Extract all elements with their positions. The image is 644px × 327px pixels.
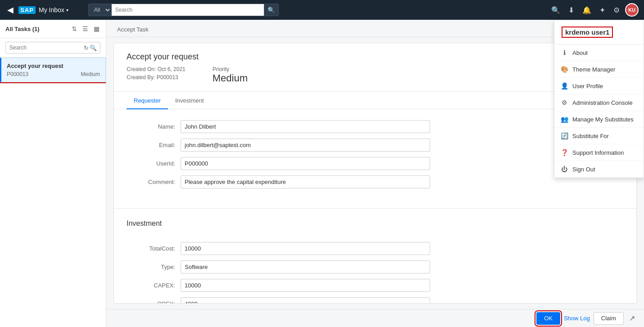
dropdown-item-support-info[interactable]: ❓ Support Information (554, 144, 644, 161)
sidebar-task-item[interactable]: Accept your request P000013 Medium (0, 58, 106, 82)
created-by-text: Created By: P000013 (127, 74, 186, 81)
request-meta-left: Created On: Oct 6, 2021 Created By: P000… (127, 66, 186, 81)
dropdown-item-sign-out[interactable]: ⏻ Sign Out (554, 161, 644, 178)
claim-button[interactable]: Claim (594, 312, 624, 325)
back-button[interactable]: ◀ (5, 3, 15, 17)
topbar: ◀ SAP My Inbox ▾ All 🔍 🔍 ⬇ 🔔 ✦ ⚙ KU (0, 0, 644, 20)
sort-icon-button[interactable]: ⇅ (71, 24, 78, 33)
group-icon-button[interactable]: ▦ (93, 24, 100, 33)
capex-label: CAPEX: (127, 282, 181, 289)
sap-logo: SAP (19, 5, 35, 15)
dropdown-item-manage-substitutes[interactable]: 👥 Manage My Substitutes (554, 111, 644, 128)
sidebar-refresh-button[interactable]: ↻ (84, 45, 89, 51)
topbar-icons: 🔍 ⬇ 🔔 ✦ ⚙ KU (549, 3, 639, 17)
form-row-email: Email: (127, 139, 624, 152)
form-row-comment: Comment: (127, 175, 624, 188)
dropdown-about-label: About (572, 49, 588, 56)
email-label: Email: (127, 142, 181, 148)
topbar-inbox-label: My Inbox (39, 6, 64, 13)
form-row-name: Name: (127, 120, 624, 133)
user-avatar[interactable]: KU (625, 3, 639, 17)
name-label: Name: (127, 123, 181, 130)
export-icon-button[interactable]: ↗ (627, 312, 637, 324)
tab-requester[interactable]: Requester (127, 92, 168, 109)
substitute-for-icon: 🔄 (561, 132, 568, 139)
created-by-label: Created By: (127, 74, 155, 81)
created-on-value: Oct 6, 2021 (158, 66, 186, 72)
topbar-search-input[interactable] (111, 4, 264, 16)
dropdown-support-info-label: Support Information (572, 149, 624, 156)
sidebar-header-icons: ⇅ ☰ ▦ (71, 24, 100, 33)
capex-input[interactable] (181, 279, 430, 292)
opex-label: OPEX: (127, 300, 181, 304)
comment-input[interactable] (181, 175, 430, 188)
dropdown-item-about[interactable]: ℹ About (554, 45, 644, 61)
dropdown-theme-manager-label: Theme Manager (572, 66, 615, 73)
section-divider (114, 208, 636, 209)
map-icon-button[interactable]: ✦ (597, 4, 608, 16)
dropdown-username: krdemo user1 (562, 27, 613, 38)
form-row-totalcost: TotalCost: (127, 242, 624, 255)
form-row-opex: OPEX: (127, 297, 624, 304)
filter-icon-button[interactable]: ☰ (82, 24, 89, 33)
tab-investment[interactable]: Investment (168, 92, 211, 109)
opex-input[interactable] (181, 297, 430, 304)
topbar-search-button[interactable]: 🔍 (264, 4, 279, 16)
sidebar-search-icon: 🔍 (90, 45, 97, 51)
email-input[interactable] (181, 139, 430, 152)
main-layout: All Tasks (1) ⇅ ☰ ▦ ↻ 🔍 Accept your requ… (0, 20, 644, 327)
dropdown-admin-console-label: Administration Console (572, 99, 633, 106)
notifications-icon-button[interactable]: 🔔 (580, 4, 594, 16)
dropdown-user-profile-label: User Profile (572, 83, 603, 90)
sidebar-item-id: P000013 (7, 71, 28, 77)
topbar-inbox-arrow[interactable]: ▾ (66, 8, 68, 13)
admin-console-icon: ⚙ (561, 99, 568, 106)
priority-label: Priority (213, 66, 248, 72)
dropdown-user-header: krdemo user1 (554, 20, 644, 45)
search-filter-select[interactable]: All (88, 4, 111, 16)
sign-out-icon: ⏻ (561, 166, 568, 173)
request-meta: Created On: Oct 6, 2021 Created By: P000… (127, 66, 624, 84)
manage-substitutes-icon: 👥 (561, 116, 568, 123)
dropdown-item-user-profile[interactable]: 👤 User Profile (554, 78, 644, 94)
topbar-search-wrap: All 🔍 (88, 4, 358, 16)
sap-logo-text: SAP (18, 6, 36, 14)
sidebar-search: ↻ 🔍 (0, 38, 106, 58)
show-log-button[interactable]: Show Log (564, 315, 590, 322)
totalcost-label: TotalCost: (127, 245, 181, 252)
about-icon: ℹ (561, 49, 568, 56)
download-icon-button[interactable]: ⬇ (566, 4, 577, 16)
created-on-text: Created On: Oct 6, 2021 (127, 66, 186, 72)
sidebar-item-priority: Medium (81, 71, 100, 77)
support-info-icon: ❓ (561, 149, 568, 156)
userid-input[interactable] (181, 157, 430, 170)
search-icon-button[interactable]: 🔍 (549, 4, 563, 16)
form-row-userid: UserId: (127, 157, 624, 170)
totalcost-input[interactable] (181, 242, 430, 255)
userid-label: UserId: (127, 160, 181, 167)
request-title: Accept your request (127, 52, 624, 62)
sidebar-list: Accept your request P000013 Medium (0, 58, 106, 327)
theme-manager-icon: 🎨 (561, 66, 568, 73)
gear-icon-button[interactable]: ⚙ (611, 4, 622, 16)
sidebar-header-title: All Tasks (1) (5, 26, 40, 32)
priority-value: Medium (213, 72, 248, 84)
sidebar-header: All Tasks (1) ⇅ ☰ ▦ (0, 20, 106, 38)
dropdown-manage-substitutes-label: Manage My Substitutes (572, 116, 634, 123)
footer: OK Show Log Claim ↗ (106, 309, 644, 327)
investment-form: TotalCost: Type: CAPEX: OPEX: Division: (114, 231, 636, 304)
dropdown-item-theme-manager[interactable]: 🎨 Theme Manager (554, 61, 644, 78)
name-input[interactable] (181, 120, 430, 133)
comment-label: Comment: (127, 179, 181, 185)
dropdown-sign-out-label: Sign Out (572, 166, 595, 173)
dropdown-substitute-for-label: Substitute For (572, 133, 609, 139)
breadcrumb: Accept Task (117, 26, 149, 33)
dropdown-item-substitute-for[interactable]: 🔄 Substitute For (554, 128, 644, 144)
type-label: Type: (127, 264, 181, 270)
type-input[interactable] (181, 260, 430, 273)
dropdown-item-admin-console[interactable]: ⚙ Administration Console (554, 94, 644, 111)
created-by-value: P000013 (157, 74, 178, 81)
ok-button[interactable]: OK (536, 312, 560, 325)
form-row-type: Type: (127, 260, 624, 273)
user-dropdown-menu: krdemo user1 ℹ About 🎨 Theme Manager 👤 U… (554, 20, 644, 178)
